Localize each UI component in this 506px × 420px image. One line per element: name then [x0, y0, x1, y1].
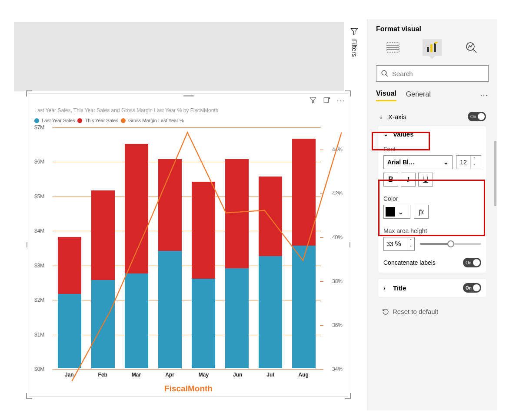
format-search-input[interactable]: [392, 70, 484, 77]
svg-point-9: [382, 70, 386, 75]
y2axis-tick: 44%: [332, 147, 343, 153]
subtabs-more-icon[interactable]: ···: [480, 92, 489, 100]
svg-rect-5: [427, 47, 429, 52]
underline-button[interactable]: U: [418, 173, 433, 187]
bar-group[interactable]: [225, 127, 249, 368]
bar-last-year[interactable]: [58, 294, 81, 368]
bar-last-year[interactable]: [158, 251, 182, 368]
fx-button[interactable]: fx: [414, 205, 429, 219]
font-label: Font: [383, 146, 481, 153]
bar-group[interactable]: [125, 127, 148, 368]
bar-this-year[interactable]: [292, 139, 316, 246]
title-label: Title: [393, 284, 406, 292]
filters-pane-collapsed[interactable]: Filters: [343, 27, 365, 57]
bar-this-year[interactable]: [125, 144, 148, 273]
focus-mode-icon[interactable]: [323, 96, 331, 106]
color-label: Color: [383, 195, 481, 202]
yaxis-tick: $5M: [34, 193, 44, 200]
font-size-spinner[interactable]: ˄ ˅: [456, 155, 481, 169]
xaxis-tick-label: Aug: [299, 372, 309, 378]
color-picker[interactable]: ⌄: [383, 205, 410, 219]
pane-scrollbar[interactable]: [494, 141, 496, 206]
bar-group[interactable]: [91, 127, 115, 368]
title-card-header[interactable]: › Title On: [378, 279, 486, 297]
general-subtab[interactable]: General: [406, 90, 431, 101]
resize-handle-br[interactable]: [345, 393, 351, 399]
legend-gm-label: Gross Margin Last Year %: [128, 118, 184, 123]
bar-last-year[interactable]: [259, 256, 282, 368]
resize-handle-tl[interactable]: [26, 90, 32, 97]
yaxis-tick: $4M: [34, 228, 44, 234]
bar-last-year[interactable]: [192, 279, 215, 369]
bar-this-year[interactable]: [259, 177, 282, 256]
analytics-tab-icon[interactable]: [462, 39, 481, 56]
color-swatch-preview: [386, 207, 395, 217]
legend-this-label: This Year Sales: [85, 118, 118, 123]
spin-down-icon[interactable]: ˅: [471, 162, 478, 169]
chevron-down-icon: ⌄: [398, 208, 403, 216]
legend-last-label: Last Year Sales: [42, 118, 75, 123]
bar-group[interactable]: [292, 127, 316, 368]
bar-group[interactable]: [158, 127, 182, 368]
bar-group[interactable]: [192, 127, 215, 368]
max-height-unit: %: [395, 240, 401, 248]
chart-title: Last Year Sales, This Year Sales and Gro…: [34, 107, 218, 113]
svg-rect-0: [324, 98, 329, 103]
resize-handle-tr[interactable]: [345, 90, 351, 97]
format-visual-tab-icon[interactable]: [423, 39, 442, 56]
italic-button[interactable]: I: [401, 173, 416, 187]
yaxis-tick: $7M: [34, 124, 44, 130]
bar-this-year[interactable]: [58, 237, 81, 294]
bar-last-year[interactable]: [225, 268, 249, 368]
resize-handle-bl[interactable]: [26, 393, 32, 399]
resize-handle-ml[interactable]: [27, 242, 27, 247]
slider-thumb[interactable]: [447, 240, 454, 247]
font-size-input[interactable]: [456, 159, 470, 166]
yaxis-tick: $3M: [34, 263, 44, 269]
reset-label: Reset to default: [393, 308, 438, 315]
max-height-slider[interactable]: [420, 243, 481, 245]
format-search[interactable]: [376, 65, 489, 82]
xaxis-tick-label: Feb: [98, 372, 107, 378]
more-options-icon[interactable]: ···: [337, 97, 345, 105]
bar-this-year[interactable]: [225, 159, 249, 268]
yaxis-tick: $1M: [34, 332, 44, 338]
values-card-header[interactable]: ⌄ Values: [378, 126, 486, 142]
spin-down-icon[interactable]: ˅: [407, 244, 414, 250]
reset-to-default[interactable]: Reset to default: [373, 303, 491, 320]
xaxis-label: X-axis: [388, 113, 406, 120]
chart-visual[interactable]: ··· Last Year Sales, This Year Sales and…: [29, 93, 348, 397]
font-family-select[interactable]: Arial Bl… ⌄: [383, 155, 453, 169]
report-canvas[interactable]: ··· Last Year Sales, This Year Sales and…: [0, 0, 364, 420]
bar-this-year[interactable]: [91, 190, 115, 280]
y2axis-tick: 40%: [332, 234, 343, 240]
xaxis-tick-label: Jun: [233, 372, 242, 378]
bar-last-year[interactable]: [292, 246, 316, 368]
spin-up-icon[interactable]: ˄: [471, 156, 478, 162]
xaxis-title: FiscalMonth: [164, 384, 213, 393]
grid-line: [53, 369, 321, 370]
concat-toggle[interactable]: On: [463, 258, 481, 267]
xaxis-card-header[interactable]: ⌄ X-axis On: [373, 107, 491, 126]
visual-subtab[interactable]: Visual: [376, 90, 396, 101]
filter-icon[interactable]: [309, 96, 317, 106]
xaxis-toggle[interactable]: On: [468, 112, 486, 121]
chart-drag-handle[interactable]: [180, 95, 197, 97]
bar-this-year[interactable]: [158, 159, 182, 250]
yaxis-tick: $0M: [34, 366, 44, 372]
bar-last-year[interactable]: [125, 273, 148, 368]
bar-group[interactable]: [259, 127, 282, 368]
bar-this-year[interactable]: [192, 182, 215, 278]
resize-handle-mr[interactable]: [350, 242, 350, 247]
format-pane-title: Format visual: [367, 25, 497, 37]
spin-up-icon[interactable]: ˄: [407, 237, 414, 244]
bold-button[interactable]: B: [383, 173, 398, 187]
svg-rect-6: [430, 44, 433, 52]
build-visual-tab-icon[interactable]: [383, 39, 403, 56]
title-toggle[interactable]: On: [463, 283, 481, 293]
bar-group[interactable]: [58, 127, 81, 368]
xaxis-tick-label: Mar: [132, 372, 141, 378]
bar-last-year[interactable]: [91, 280, 115, 368]
legend-dot-gm: [121, 118, 126, 123]
max-height-spinner[interactable]: 33 % ˄ ˅: [383, 237, 415, 251]
